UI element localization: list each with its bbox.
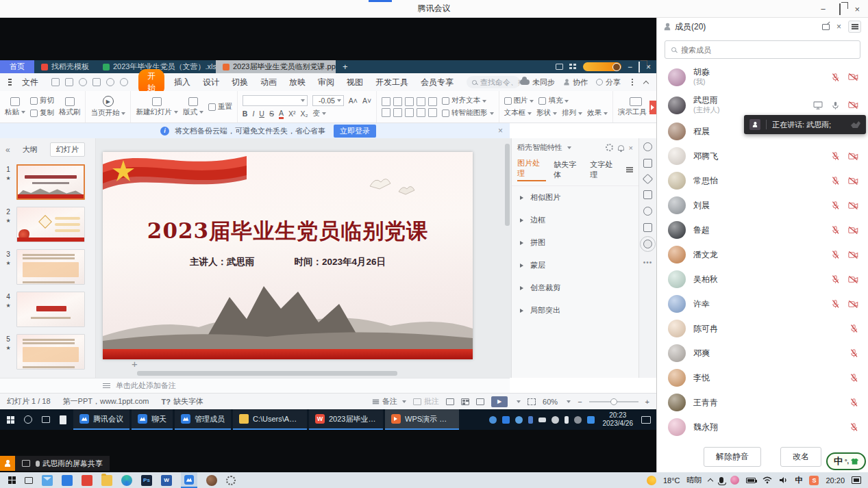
more-menu-icon[interactable] [632,81,633,83]
member-row-11[interactable]: 陈可冉 [668,316,858,341]
smart-tab-2[interactable]: 缺失字体 [554,159,582,180]
file-menu[interactable]: 文件 [22,77,38,88]
sidebar-more-icon[interactable]: ••• [643,259,653,266]
member-row-10[interactable]: 许幸 [668,292,858,316]
sidebar-assistant-icon[interactable] [643,142,652,151]
camera-off-icon[interactable] [848,201,858,210]
horizontal-scrollbar[interactable] [137,371,397,376]
undo-icon[interactable] [106,78,114,86]
wps-restore-icon[interactable] [638,62,640,73]
cut-button[interactable]: 剪切 [30,96,54,105]
reset-button[interactable]: 重置 [208,102,232,112]
wps-account-badge[interactable] [583,62,621,71]
smart-graphic-button[interactable]: 转智能图形 [442,108,493,118]
fit-slide-icon[interactable] [528,398,536,405]
mic-muted-icon[interactable] [831,176,840,185]
wifi-icon[interactable] [762,476,772,484]
screen-sharing-icon[interactable] [813,101,823,110]
tab-slides[interactable]: 幻灯片 [50,142,85,157]
tray-shield-icon[interactable] [489,416,497,424]
ime-indicator[interactable]: 中 [795,475,802,485]
mic-muted-icon[interactable] [831,201,840,210]
smart-item-5[interactable]: 创意裁剪 [512,277,638,299]
notes-bar[interactable]: 单击此处添加备注 [0,378,510,393]
save-icon[interactable] [51,78,60,86]
align-center-icon[interactable] [393,108,402,117]
tray-ime-icon[interactable] [587,416,595,424]
minimize-icon[interactable]: − [821,5,826,14]
mic-muted-icon[interactable] [831,225,840,235]
zoom-knob[interactable] [610,398,617,405]
qq-icon[interactable] [730,476,739,485]
member-row-13[interactable]: 李悦 [668,365,858,390]
member-row-12[interactable]: 邓爽 [668,341,858,365]
zoom-slider[interactable] [589,401,638,402]
text-effect-button[interactable]: 变 [313,109,327,118]
slide-thumbnail-2[interactable] [16,207,85,242]
command-search[interactable]: 查找命令、搜索模板 [467,76,520,88]
search-circle-icon[interactable] [24,415,32,424]
menu-item-3[interactable]: 设计 [203,77,219,88]
camera-off-icon[interactable] [848,101,858,110]
meeting-app-taskbar-button[interactable] [181,472,197,488]
mic-muted-icon[interactable] [831,250,840,259]
sidebar-help-icon[interactable] [643,207,652,216]
arrange-button[interactable]: 排列 [562,108,582,118]
justify-icon[interactable] [417,108,425,117]
smart-tab-1[interactable]: 图片处理 [517,158,546,181]
slide-sorter-icon[interactable] [461,398,469,405]
theme-name[interactable]: 第一PPT，www.1ppt.com [63,396,149,407]
print-icon[interactable] [79,78,87,86]
mic-muted-icon[interactable] [831,274,840,284]
slide-thumbnail-4[interactable] [16,292,85,327]
close-icon[interactable]: × [854,5,860,14]
smart-panel-close-icon[interactable]: × [629,144,633,152]
notes-toggle[interactable]: 备注 [372,396,406,407]
document-app-icon[interactable] [60,415,66,424]
unmute-button[interactable]: 解除静音 [704,447,761,467]
add-slide-button[interactable]: + [132,358,138,370]
slide-thumbnail-5[interactable] [16,334,85,370]
menu-item-2[interactable]: 插入 [174,77,190,88]
sync-status[interactable]: 未同步 [520,77,555,88]
camera-off-icon[interactable] [848,251,858,259]
tray-expand-icon[interactable] [708,478,713,484]
member-row-4[interactable]: 邓腾飞 [668,144,858,168]
font-name-combo[interactable] [243,95,308,106]
redo-icon[interactable] [120,78,128,86]
mic-muted-icon[interactable] [850,422,858,432]
new-slide-button[interactable]: 新建幻灯片 [136,97,178,117]
gear-icon[interactable] [606,144,613,151]
member-row-6[interactable]: 刘晨 [668,193,858,218]
font-size-combo[interactable]: -0.05 [312,95,344,106]
file-explorer-icon[interactable] [101,475,112,486]
slide-layout-button[interactable]: 版式 [183,97,203,117]
host-mic-icon[interactable] [719,477,723,483]
mic-muted-icon[interactable] [850,398,858,407]
fill-button[interactable]: 填充 [538,96,569,105]
distribute-icon[interactable] [428,108,437,117]
menu-item-8[interactable]: 视图 [347,77,363,88]
shape-button[interactable]: 形状 [536,108,557,118]
mail-app-icon[interactable] [42,475,53,486]
weather-desc[interactable]: 晴朗 [686,475,702,485]
collab-button[interactable]: 协作 [563,77,588,88]
missing-font-label[interactable]: 缺失字体 [173,396,203,407]
screen-share-indicator[interactable]: 武思雨的屏幕共享 [0,456,110,471]
smart-item-2[interactable]: 边框 [512,209,638,231]
preview-icon[interactable] [92,78,101,86]
camera-off-icon[interactable] [848,226,858,235]
host-action-center-icon[interactable] [852,476,861,484]
panel-close-icon[interactable]: × [836,22,841,31]
menu-item-6[interactable]: 放映 [289,77,306,88]
bold-button[interactable]: B [243,110,248,118]
camera-off-icon[interactable] [848,152,858,161]
menu-item-10[interactable]: 会员专享 [421,77,454,88]
comments-toggle[interactable]: 批注 [413,396,439,407]
play-options-icon[interactable] [517,400,521,405]
present-tools-button[interactable]: 演示工具 [618,97,653,117]
sidebar-resource-icon[interactable] [643,223,652,232]
zoom-in-button[interactable]: + [645,398,649,406]
sidebar-smart-feature-icon[interactable] [643,240,652,248]
host-battery-icon[interactable] [746,478,756,483]
